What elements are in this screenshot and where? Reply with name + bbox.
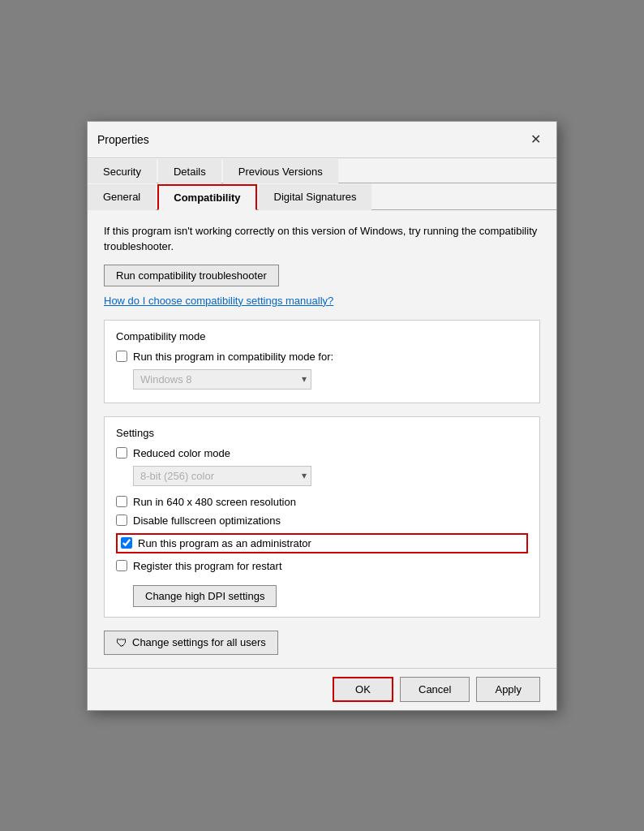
close-button[interactable]: ✕: [524, 128, 547, 151]
title-bar: Properties ✕: [88, 122, 556, 158]
compat-mode-dropdown-wrapper: Windows 8: [133, 369, 311, 390]
tab-details[interactable]: Details: [158, 159, 221, 183]
compat-mode-label: Run this program in compatibility mode f…: [133, 351, 333, 363]
compat-mode-dropdown[interactable]: Windows 8: [133, 369, 311, 390]
apply-button[interactable]: Apply: [476, 677, 540, 702]
tab-general[interactable]: General: [88, 184, 156, 210]
tab-previous-versions[interactable]: Previous Versions: [223, 159, 338, 183]
resolution-checkbox[interactable]: [116, 496, 127, 507]
admin-checkbox[interactable]: [121, 537, 132, 549]
ok-button[interactable]: OK: [333, 677, 393, 702]
fullscreen-checkbox[interactable]: [116, 515, 127, 526]
restart-checkbox[interactable]: [116, 560, 127, 571]
dialog-title: Properties: [97, 133, 149, 146]
reduced-color-row: Reduced color mode: [116, 447, 528, 459]
color-dropdown-wrapper: 8-bit (256) color: [133, 466, 311, 486]
fullscreen-label: Disable fullscreen optimizations: [133, 515, 281, 527]
color-dropdown[interactable]: 8-bit (256) color: [133, 466, 311, 486]
reduced-color-label: Reduced color mode: [133, 447, 230, 459]
settings-title: Settings: [116, 427, 528, 439]
tab-compatibility[interactable]: Compatibility: [157, 184, 256, 210]
fullscreen-row: Disable fullscreen optimizations: [116, 515, 528, 527]
restart-row: Register this program for restart: [116, 560, 528, 572]
admin-row: Run this program as an administrator: [116, 533, 528, 553]
cancel-button[interactable]: Cancel: [400, 677, 470, 702]
tabs-row-2: General Compatibility Digital Signatures: [88, 183, 556, 210]
reduced-color-checkbox[interactable]: [116, 447, 127, 459]
shield-icon: 🛡: [116, 636, 127, 649]
compat-mode-checkbox[interactable]: [116, 351, 127, 362]
resolution-label: Run in 640 x 480 screen resolution: [133, 496, 296, 508]
settings-section: Settings Reduced color mode 8-bit (256) …: [104, 416, 540, 618]
high-dpi-button[interactable]: Change high DPI settings: [133, 585, 277, 607]
admin-label: Run this program as an administrator: [138, 537, 311, 549]
tab-digital-signatures[interactable]: Digital Signatures: [259, 184, 372, 210]
run-troubleshooter-button[interactable]: Run compatibility troubleshooter: [104, 265, 279, 286]
intro-text: If this program isn't working correctly …: [104, 223, 540, 255]
change-settings-label: Change settings for all users: [132, 636, 266, 648]
content-area: If this program isn't working correctly …: [88, 210, 556, 668]
compatibility-mode-section: Compatibility mode Run this program in c…: [104, 320, 540, 403]
change-settings-button[interactable]: 🛡 Change settings for all users: [104, 631, 278, 655]
restart-label: Register this program for restart: [133, 560, 282, 572]
help-link[interactable]: How do I choose compatibility settings m…: [104, 295, 540, 307]
properties-dialog: Properties ✕ Security Details Previous V…: [87, 121, 557, 711]
resolution-row: Run in 640 x 480 screen resolution: [116, 496, 528, 508]
tabs-row-1: Security Details Previous Versions: [88, 158, 556, 183]
compat-mode-title: Compatibility mode: [116, 330, 528, 342]
compat-mode-checkbox-row: Run this program in compatibility mode f…: [116, 351, 528, 363]
tab-security[interactable]: Security: [88, 159, 157, 183]
bottom-buttons: OK Cancel Apply: [88, 668, 556, 710]
close-icon: ✕: [530, 131, 541, 147]
